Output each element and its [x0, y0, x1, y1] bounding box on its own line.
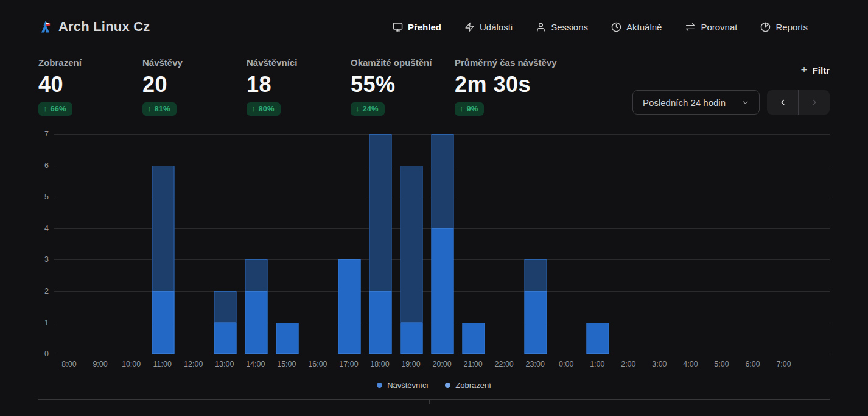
x-tick-label: 10:00: [116, 360, 147, 368]
arch-linux-logo-icon: [38, 20, 52, 34]
chart-controls: + Filtr Posledních 24 hodin: [632, 57, 830, 115]
nav-item-porovnat[interactable]: Porovnat: [685, 22, 737, 32]
bar-visitors: [152, 291, 174, 354]
x-tick-label: 21:00: [458, 360, 489, 368]
chart-bars: [54, 134, 830, 354]
chevron-down-icon: [741, 99, 749, 107]
gridline: [54, 354, 830, 354]
date-range-value: Posledních 24 hodin: [643, 97, 726, 108]
arrow-up-icon: ↑: [43, 104, 47, 113]
header: Arch Linux Cz Přehled Události Sessions …: [38, 0, 830, 54]
bar-views: [369, 134, 391, 291]
bar-visitors: [214, 323, 236, 354]
lightning-icon: [464, 22, 475, 32]
bar-slot: [147, 134, 178, 354]
x-tick-label: 12:00: [178, 360, 209, 368]
stat-change-badge: ↓ 24%: [351, 102, 385, 116]
stats-row: Zobrazení 40 ↑ 66% Návštěvy 20 ↑ 81% Náv…: [38, 57, 830, 116]
stat-value: 40: [38, 71, 142, 97]
nav-item-reports[interactable]: Reports: [760, 22, 808, 32]
stat-label: Zobrazení: [38, 57, 142, 68]
bar-slot: [768, 134, 799, 354]
visitors-chart: 01234567 8:009:0010:0011:0012:0013:0014:…: [38, 134, 830, 390]
bar-slot: [85, 134, 116, 354]
bar-slot: [209, 134, 240, 354]
bar-views: [431, 134, 453, 228]
bar-slot: [551, 134, 582, 354]
bar-slot: [489, 134, 520, 354]
arrow-up-icon: ↑: [147, 104, 152, 113]
stat-change: 24%: [363, 104, 379, 113]
bar-views: [400, 166, 422, 323]
stat-prumerny-cas: Průměrný čas návštěvy 2m 30s ↑ 9%: [455, 57, 576, 116]
chart-y-axis: 01234567: [38, 134, 54, 354]
x-tick-label: 13:00: [209, 360, 240, 368]
bar-views: [152, 166, 174, 291]
filter-label: Filtr: [813, 65, 830, 76]
x-tick-label: 19:00: [396, 360, 427, 368]
y-tick-label: 6: [44, 161, 49, 170]
nav-item-prehled[interactable]: Přehled: [393, 22, 441, 32]
bar-slot: [427, 134, 458, 354]
legend-item[interactable]: Zobrazení: [445, 381, 491, 390]
stat-label: Návštěvy: [142, 57, 247, 68]
bar-slot: [54, 134, 85, 354]
y-tick-label: 1: [44, 319, 49, 327]
main-nav: Přehled Události Sessions Aktuálně Porov…: [393, 22, 808, 32]
bar-views: [245, 259, 267, 291]
site-title: Arch Linux Cz: [58, 19, 150, 35]
nav-item-sessions[interactable]: Sessions: [536, 22, 588, 32]
bar-visitors: [524, 291, 547, 354]
x-tick-label: 23:00: [520, 360, 551, 368]
previous-period-button[interactable]: [767, 90, 798, 115]
stat-change: 81%: [155, 104, 170, 113]
stat-value: 20: [142, 71, 247, 97]
bar-visitors: [245, 291, 267, 354]
x-tick-label: 20:00: [427, 360, 458, 368]
stat-value: 2m 30s: [455, 71, 576, 97]
x-tick-label: 4:00: [675, 360, 706, 368]
bar-visitors: [276, 323, 298, 354]
stat-change-badge: ↑ 80%: [247, 102, 281, 116]
y-tick-label: 7: [44, 130, 49, 138]
legend-dot-icon: [377, 383, 382, 388]
legend-label: Návštěvníci: [387, 381, 428, 390]
filter-button[interactable]: + Filtr: [801, 63, 830, 77]
x-tick-label: 6:00: [737, 360, 768, 368]
bar-slot: [458, 134, 489, 354]
x-tick-label: 17:00: [333, 360, 364, 368]
stat-navstevnici: Návštěvníci 18 ↑ 80%: [247, 57, 351, 116]
legend-item[interactable]: Návštěvníci: [377, 381, 428, 390]
bar-slot: [644, 134, 675, 354]
y-tick-label: 5: [44, 192, 49, 201]
x-tick-label: 5:00: [706, 360, 737, 368]
x-tick-label: 0:00: [551, 360, 582, 368]
stat-change-badge: ↑ 81%: [142, 102, 177, 116]
nav-item-udalosti[interactable]: Události: [464, 22, 513, 32]
nav-label: Sessions: [551, 22, 588, 32]
stat-change: 66%: [51, 104, 66, 113]
stat-value: 55%: [351, 71, 455, 97]
next-period-button[interactable]: [799, 90, 830, 115]
stat-label: Průměrný čas návštěvy: [455, 57, 576, 68]
bar-slot: [116, 134, 147, 354]
bar-visitors: [586, 323, 609, 354]
nav-label: Reports: [775, 22, 808, 32]
x-tick-label: 22:00: [489, 360, 520, 368]
x-tick-label: 7:00: [768, 360, 799, 368]
bar-slot: [178, 134, 209, 354]
nav-item-aktualne[interactable]: Aktuálně: [611, 22, 662, 32]
arrow-up-icon: ↑: [251, 104, 256, 113]
bar-slot: [303, 134, 334, 354]
nav-label: Události: [480, 22, 513, 32]
clock-icon: [611, 22, 621, 32]
stat-change-badge: ↑ 66%: [38, 102, 72, 116]
pie-chart-icon: [760, 22, 771, 32]
date-controls: Posledních 24 hodin: [632, 90, 830, 115]
date-range-select[interactable]: Posledních 24 hodin: [632, 90, 760, 115]
bar-views: [524, 259, 547, 291]
bar-slot: [675, 134, 706, 354]
stat-label: Okamžité opuštění: [351, 57, 455, 68]
compare-arrows-icon: [685, 22, 696, 32]
stat-okamzite-opusteni: Okamžité opuštění 55% ↓ 24%: [351, 57, 455, 116]
